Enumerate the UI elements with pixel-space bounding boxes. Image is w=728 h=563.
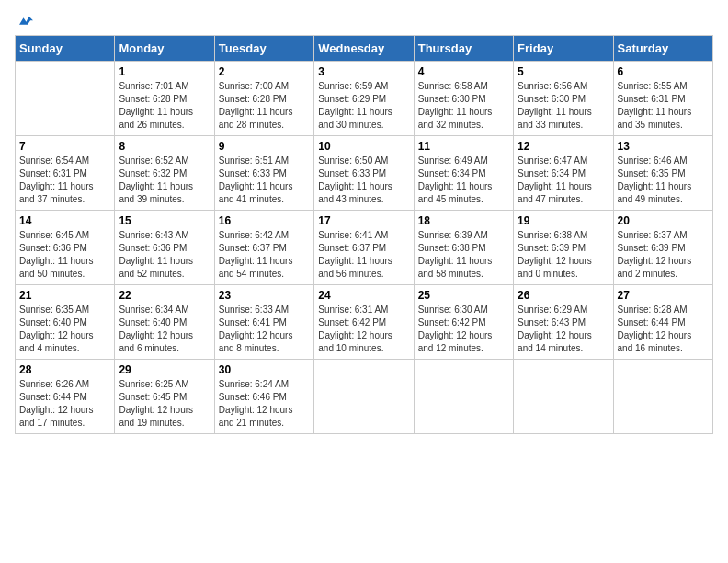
calendar-cell: 30Sunrise: 6:24 AMSunset: 6:46 PMDayligh… [214, 360, 313, 434]
calendar-cell: 18Sunrise: 6:39 AMSunset: 6:38 PMDayligh… [414, 211, 513, 285]
day-info: Sunrise: 6:59 AMSunset: 6:29 PMDaylight:… [318, 80, 409, 132]
day-info: Sunrise: 6:52 AMSunset: 6:32 PMDaylight:… [119, 155, 210, 206]
calendar-cell: 25Sunrise: 6:30 AMSunset: 6:42 PMDayligh… [414, 285, 513, 360]
day-of-week-monday: Monday [115, 36, 214, 62]
day-number: 13 [618, 140, 709, 153]
day-number: 15 [119, 214, 210, 227]
day-info: Sunrise: 6:51 AMSunset: 6:33 PMDaylight:… [219, 155, 310, 206]
day-info: Sunrise: 6:42 AMSunset: 6:37 PMDaylight:… [219, 229, 310, 281]
calendar-cell: 6Sunrise: 6:55 AMSunset: 6:31 PMDaylight… [613, 62, 712, 136]
day-info: Sunrise: 6:49 AMSunset: 6:34 PMDaylight:… [418, 155, 509, 206]
day-of-week-thursday: Thursday [414, 36, 513, 62]
day-of-week-wednesday: Wednesday [314, 36, 414, 62]
calendar-cell: 22Sunrise: 6:34 AMSunset: 6:40 PMDayligh… [115, 285, 214, 360]
day-number: 28 [19, 363, 110, 376]
day-of-week-tuesday: Tuesday [214, 36, 313, 62]
day-info: Sunrise: 6:46 AMSunset: 6:35 PMDaylight:… [618, 155, 709, 206]
week-row-1: 1Sunrise: 7:01 AMSunset: 6:28 PMDaylight… [16, 62, 713, 136]
day-number: 29 [119, 363, 210, 376]
calendar-cell: 3Sunrise: 6:59 AMSunset: 6:29 PMDaylight… [314, 62, 414, 136]
day-info: Sunrise: 6:38 AMSunset: 6:39 PMDaylight:… [518, 229, 609, 281]
day-info: Sunrise: 6:34 AMSunset: 6:40 PMDaylight:… [119, 304, 210, 355]
day-number: 21 [19, 289, 110, 302]
day-number: 6 [618, 65, 709, 78]
day-number: 24 [318, 289, 409, 302]
day-number: 7 [19, 140, 110, 153]
day-info: Sunrise: 6:45 AMSunset: 6:36 PMDaylight:… [19, 229, 110, 281]
day-number: 5 [518, 65, 609, 78]
day-info: Sunrise: 6:25 AMSunset: 6:45 PMDaylight:… [119, 378, 210, 430]
calendar-cell: 14Sunrise: 6:45 AMSunset: 6:36 PMDayligh… [16, 211, 115, 285]
day-number: 4 [418, 65, 509, 78]
calendar-cell: 19Sunrise: 6:38 AMSunset: 6:39 PMDayligh… [514, 211, 613, 285]
calendar-cell [414, 360, 513, 434]
week-row-3: 14Sunrise: 6:45 AMSunset: 6:36 PMDayligh… [16, 211, 713, 285]
day-info: Sunrise: 6:26 AMSunset: 6:44 PMDaylight:… [19, 378, 110, 430]
day-info: Sunrise: 6:28 AMSunset: 6:44 PMDaylight:… [618, 304, 709, 355]
day-info: Sunrise: 6:35 AMSunset: 6:40 PMDaylight:… [19, 304, 110, 355]
day-number: 2 [219, 65, 310, 78]
calendar-cell: 29Sunrise: 6:25 AMSunset: 6:45 PMDayligh… [115, 360, 214, 434]
day-info: Sunrise: 6:30 AMSunset: 6:42 PMDaylight:… [418, 304, 509, 355]
day-info: Sunrise: 7:00 AMSunset: 6:28 PMDaylight:… [219, 80, 310, 132]
week-row-5: 28Sunrise: 6:26 AMSunset: 6:44 PMDayligh… [16, 360, 713, 434]
logo-bird-icon [17, 15, 33, 28]
day-info: Sunrise: 6:37 AMSunset: 6:39 PMDaylight:… [618, 229, 709, 281]
day-number: 12 [518, 140, 609, 153]
calendar-body: 1Sunrise: 7:01 AMSunset: 6:28 PMDaylight… [16, 62, 713, 434]
day-number: 10 [318, 140, 409, 153]
day-number: 9 [219, 140, 310, 153]
day-info: Sunrise: 6:41 AMSunset: 6:37 PMDaylight:… [318, 229, 409, 281]
day-info: Sunrise: 6:54 AMSunset: 6:31 PMDaylight:… [19, 155, 110, 206]
calendar-cell: 2Sunrise: 7:00 AMSunset: 6:28 PMDaylight… [214, 62, 313, 136]
day-number: 23 [219, 289, 310, 302]
calendar-cell: 21Sunrise: 6:35 AMSunset: 6:40 PMDayligh… [16, 285, 115, 360]
day-info: Sunrise: 6:39 AMSunset: 6:38 PMDaylight:… [418, 229, 509, 281]
day-of-week-sunday: Sunday [16, 36, 115, 62]
day-number: 14 [19, 214, 110, 227]
day-info: Sunrise: 6:29 AMSunset: 6:43 PMDaylight:… [518, 304, 609, 355]
day-number: 18 [418, 214, 509, 227]
calendar-cell: 28Sunrise: 6:26 AMSunset: 6:44 PMDayligh… [16, 360, 115, 434]
calendar-cell: 8Sunrise: 6:52 AMSunset: 6:32 PMDaylight… [115, 136, 214, 211]
calendar-cell [16, 62, 115, 136]
calendar-table: SundayMondayTuesdayWednesdayThursdayFrid… [15, 35, 713, 434]
day-number: 1 [119, 65, 210, 78]
day-number: 30 [219, 363, 310, 376]
calendar-cell: 24Sunrise: 6:31 AMSunset: 6:42 PMDayligh… [314, 285, 414, 360]
day-number: 17 [318, 214, 409, 227]
day-number: 22 [119, 289, 210, 302]
day-of-week-friday: Friday [514, 36, 613, 62]
day-number: 26 [518, 289, 609, 302]
week-row-4: 21Sunrise: 6:35 AMSunset: 6:40 PMDayligh… [16, 285, 713, 360]
day-number: 25 [418, 289, 509, 302]
logo [15, 15, 33, 28]
day-number: 3 [318, 65, 409, 78]
day-info: Sunrise: 6:43 AMSunset: 6:36 PMDaylight:… [119, 229, 210, 281]
day-info: Sunrise: 6:33 AMSunset: 6:41 PMDaylight:… [219, 304, 310, 355]
calendar-cell [314, 360, 414, 434]
calendar-cell: 27Sunrise: 6:28 AMSunset: 6:44 PMDayligh… [613, 285, 712, 360]
calendar-cell: 15Sunrise: 6:43 AMSunset: 6:36 PMDayligh… [115, 211, 214, 285]
day-info: Sunrise: 6:56 AMSunset: 6:30 PMDaylight:… [518, 80, 609, 132]
day-number: 20 [618, 214, 709, 227]
calendar-cell [613, 360, 712, 434]
day-headers-row: SundayMondayTuesdayWednesdayThursdayFrid… [16, 36, 713, 62]
calendar-cell: 16Sunrise: 6:42 AMSunset: 6:37 PMDayligh… [214, 211, 313, 285]
day-info: Sunrise: 6:55 AMSunset: 6:31 PMDaylight:… [618, 80, 709, 132]
day-info: Sunrise: 6:58 AMSunset: 6:30 PMDaylight:… [418, 80, 509, 132]
calendar-cell: 9Sunrise: 6:51 AMSunset: 6:33 PMDaylight… [214, 136, 313, 211]
calendar-cell: 26Sunrise: 6:29 AMSunset: 6:43 PMDayligh… [514, 285, 613, 360]
calendar-cell: 17Sunrise: 6:41 AMSunset: 6:37 PMDayligh… [314, 211, 414, 285]
calendar-cell [514, 360, 613, 434]
calendar-cell: 4Sunrise: 6:58 AMSunset: 6:30 PMDaylight… [414, 62, 513, 136]
calendar-cell: 13Sunrise: 6:46 AMSunset: 6:35 PMDayligh… [613, 136, 712, 211]
day-info: Sunrise: 7:01 AMSunset: 6:28 PMDaylight:… [119, 80, 210, 132]
week-row-2: 7Sunrise: 6:54 AMSunset: 6:31 PMDaylight… [16, 136, 713, 211]
day-number: 8 [119, 140, 210, 153]
calendar-cell: 11Sunrise: 6:49 AMSunset: 6:34 PMDayligh… [414, 136, 513, 211]
day-of-week-saturday: Saturday [613, 36, 712, 62]
calendar-cell: 20Sunrise: 6:37 AMSunset: 6:39 PMDayligh… [613, 211, 712, 285]
svg-marker-0 [19, 17, 33, 25]
calendar-cell: 10Sunrise: 6:50 AMSunset: 6:33 PMDayligh… [314, 136, 414, 211]
